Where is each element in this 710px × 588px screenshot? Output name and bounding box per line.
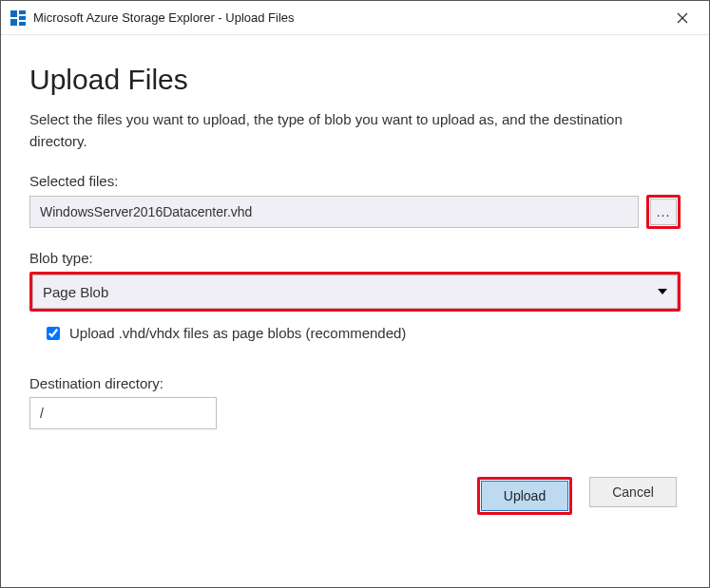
upload-button[interactable]: Upload: [481, 481, 568, 511]
svg-rect-3: [10, 19, 17, 26]
vhd-checkbox[interactable]: [47, 327, 60, 340]
upload-highlight: Upload: [477, 477, 572, 515]
blob-type-label: Blob type:: [29, 250, 681, 266]
blob-type-select[interactable]: Page Blob: [32, 275, 678, 309]
dialog-description: Select the files you want to upload, the…: [29, 109, 681, 152]
button-row: Upload Cancel: [29, 477, 681, 515]
ellipsis-icon: ...: [657, 204, 671, 219]
window-title: Microsoft Azure Storage Explorer - Uploa…: [33, 10, 663, 25]
close-icon: [677, 12, 688, 24]
selected-files-input[interactable]: [29, 196, 639, 228]
vhd-checkbox-row: Upload .vhd/vhdx files as page blobs (re…: [47, 325, 681, 341]
destination-row: [29, 397, 681, 429]
svg-rect-0: [10, 10, 17, 17]
dialog-content: Upload Files Select the files you want t…: [1, 35, 709, 534]
svg-rect-2: [19, 16, 26, 20]
browse-button[interactable]: ...: [650, 199, 677, 225]
selected-files-row: ...: [29, 195, 681, 229]
app-icon: [10, 10, 26, 26]
svg-rect-1: [19, 10, 26, 14]
svg-rect-4: [19, 22, 26, 26]
titlebar: Microsoft Azure Storage Explorer - Uploa…: [1, 1, 709, 35]
blob-type-highlight: Page Blob: [29, 272, 681, 312]
vhd-checkbox-label[interactable]: Upload .vhd/vhdx files as page blobs (re…: [69, 325, 406, 341]
selected-files-label: Selected files:: [29, 173, 681, 189]
destination-label: Destination directory:: [29, 375, 681, 391]
dialog-heading: Upload Files: [29, 64, 681, 96]
close-button[interactable]: [663, 4, 701, 32]
cancel-button[interactable]: Cancel: [589, 477, 677, 507]
destination-input[interactable]: [29, 397, 217, 429]
browse-highlight: ...: [646, 195, 681, 229]
